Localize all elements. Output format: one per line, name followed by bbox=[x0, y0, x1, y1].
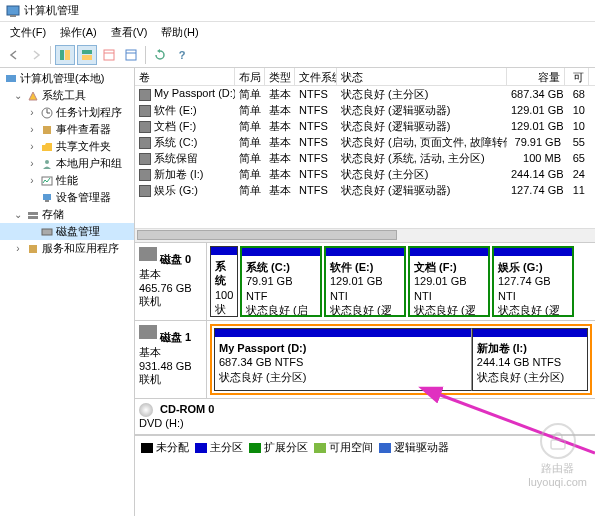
partition[interactable]: 新加卷 (I:) 244.14 GB NTFS 状态良好 (主分区) bbox=[472, 328, 588, 391]
chevron-right-icon[interactable]: › bbox=[26, 141, 38, 152]
volume-list: 卷 布局 类型 文件系统 状态 容量 可 My Passport (D:)简单基… bbox=[135, 68, 595, 243]
chevron-down-icon[interactable]: ⌄ bbox=[12, 90, 24, 101]
disk-0-label[interactable]: 磁盘 0 基本 465.76 GB 联机 bbox=[135, 243, 207, 320]
volume-row[interactable]: 系统 (C:)简单基本NTFS状态良好 (启动, 页面文件, 故障转储, 主分区… bbox=[135, 134, 595, 150]
volume-row[interactable]: 软件 (E:)简单基本NTFS状态良好 (逻辑驱动器)129.01 GB10 bbox=[135, 102, 595, 118]
col-type[interactable]: 类型 bbox=[265, 68, 295, 85]
tree-device-mgr[interactable]: 设备管理器 bbox=[0, 189, 134, 206]
cdrom-label[interactable]: CD-ROM 0 DVD (H:) bbox=[135, 399, 595, 434]
partition[interactable]: 文档 (F:)129.01 GB NTI状态良好 (逻辑 bbox=[408, 246, 490, 317]
tree-performance[interactable]: ›性能 bbox=[0, 172, 134, 189]
tree-task-scheduler[interactable]: ›任务计划程序 bbox=[0, 104, 134, 121]
chevron-right-icon[interactable]: › bbox=[12, 243, 24, 254]
disk-1-row: 磁盘 1 基本 931.48 GB 联机 My Passport (D:) 68… bbox=[135, 321, 595, 399]
view-button-1[interactable] bbox=[55, 45, 75, 65]
nav-tree: 计算机管理(本地) ⌄系统工具 ›任务计划程序 ›事件查看器 ›共享文件夹 ›本… bbox=[0, 68, 135, 516]
volume-row[interactable]: 系统保留简单基本NTFS状态良好 (系统, 活动, 主分区)100 MB65 bbox=[135, 150, 595, 166]
disk-1-partitions: My Passport (D:) 687.34 GB NTFS 状态良好 (主分… bbox=[207, 321, 595, 398]
partition[interactable]: 系统100状态 bbox=[210, 246, 238, 317]
disk-map: 磁盘 0 基本 465.76 GB 联机 系统100状态系统 (C:)79.91… bbox=[135, 243, 595, 516]
svg-rect-22 bbox=[29, 245, 37, 253]
partition[interactable]: 系统 (C:)79.91 GB NTF状态良好 (启动 bbox=[240, 246, 322, 317]
refresh-button[interactable] bbox=[150, 45, 170, 65]
menu-action[interactable]: 操作(A) bbox=[54, 23, 103, 42]
volume-row[interactable]: 文档 (F:)简单基本NTFS状态良好 (逻辑驱动器)129.01 GB10 bbox=[135, 118, 595, 134]
watermark: 路由器 luyouqi.com bbox=[528, 423, 587, 488]
tree-event-viewer[interactable]: ›事件查看器 bbox=[0, 121, 134, 138]
tree-services[interactable]: ›服务和应用程序 bbox=[0, 240, 134, 257]
svg-rect-16 bbox=[42, 177, 52, 185]
col-capacity[interactable]: 容量 bbox=[507, 68, 565, 85]
cdrom-icon bbox=[139, 403, 153, 417]
disk-icon bbox=[139, 247, 157, 261]
tree-root[interactable]: 计算机管理(本地) bbox=[0, 70, 134, 87]
scrollbar-thumb[interactable] bbox=[137, 230, 397, 240]
disk-0-partitions: 系统100状态系统 (C:)79.91 GB NTF状态良好 (启动软件 (E:… bbox=[207, 243, 595, 320]
col-fs[interactable]: 文件系统 bbox=[295, 68, 337, 85]
toolbar: ? bbox=[0, 42, 595, 68]
svg-rect-2 bbox=[60, 50, 64, 60]
menu-file[interactable]: 文件(F) bbox=[4, 23, 52, 42]
svg-rect-14 bbox=[43, 126, 51, 134]
disk-1-label[interactable]: 磁盘 1 基本 931.48 GB 联机 bbox=[135, 321, 207, 398]
chevron-right-icon[interactable]: › bbox=[26, 107, 38, 118]
view-button-4[interactable] bbox=[121, 45, 141, 65]
volume-header: 卷 布局 类型 文件系统 状态 容量 可 bbox=[135, 68, 595, 86]
svg-rect-6 bbox=[104, 50, 114, 60]
svg-rect-17 bbox=[43, 194, 51, 200]
disk-icon bbox=[139, 325, 157, 339]
svg-rect-24 bbox=[551, 440, 565, 449]
tree-shared-folders[interactable]: ›共享文件夹 bbox=[0, 138, 134, 155]
forward-button[interactable] bbox=[26, 45, 46, 65]
view-button-2[interactable] bbox=[77, 45, 97, 65]
legend: 未分配 主分区 扩展分区 可用空间 逻辑驱动器 bbox=[135, 435, 595, 459]
svg-rect-5 bbox=[82, 55, 92, 60]
svg-rect-8 bbox=[126, 50, 136, 60]
tree-local-users[interactable]: ›本地用户和组 bbox=[0, 155, 134, 172]
menu-bar: 文件(F) 操作(A) 查看(V) 帮助(H) bbox=[0, 22, 595, 42]
svg-rect-20 bbox=[28, 216, 38, 219]
back-button[interactable] bbox=[4, 45, 24, 65]
menu-help[interactable]: 帮助(H) bbox=[155, 23, 204, 42]
col-free[interactable]: 可 bbox=[565, 68, 589, 85]
chevron-down-icon[interactable]: ⌄ bbox=[12, 209, 24, 220]
partition[interactable]: My Passport (D:) 687.34 GB NTFS 状态良好 (主分… bbox=[214, 328, 472, 391]
horizontal-scrollbar[interactable] bbox=[135, 228, 595, 242]
volume-row[interactable]: My Passport (D:)简单基本NTFS状态良好 (主分区)687.34… bbox=[135, 86, 595, 102]
tree-disk-mgmt[interactable]: 磁盘管理 bbox=[0, 223, 134, 240]
disk-0-row: 磁盘 0 基本 465.76 GB 联机 系统100状态系统 (C:)79.91… bbox=[135, 243, 595, 321]
partition[interactable]: 软件 (E:)129.01 GB NTI状态良好 (逻辑 bbox=[324, 246, 406, 317]
chevron-right-icon[interactable]: › bbox=[26, 158, 38, 169]
svg-rect-19 bbox=[28, 212, 38, 215]
view-button-3[interactable] bbox=[99, 45, 119, 65]
svg-rect-10 bbox=[6, 75, 16, 82]
menu-view[interactable]: 查看(V) bbox=[105, 23, 154, 42]
svg-point-15 bbox=[45, 160, 49, 164]
svg-rect-21 bbox=[42, 229, 52, 235]
title-bar: 计算机管理 bbox=[0, 0, 595, 22]
svg-rect-4 bbox=[82, 50, 92, 54]
volume-row[interactable]: 新加卷 (I:)简单基本NTFS状态良好 (主分区)244.14 GB24 bbox=[135, 166, 595, 182]
app-icon bbox=[6, 4, 20, 18]
tree-system-tools[interactable]: ⌄系统工具 bbox=[0, 87, 134, 104]
volume-row[interactable]: 娱乐 (G:)简单基本NTFS状态良好 (逻辑驱动器)127.74 GB11 bbox=[135, 182, 595, 198]
chevron-right-icon[interactable]: › bbox=[26, 175, 38, 186]
svg-rect-3 bbox=[65, 50, 70, 60]
window-title: 计算机管理 bbox=[24, 3, 79, 18]
svg-rect-1 bbox=[10, 15, 16, 17]
tree-storage[interactable]: ⌄存储 bbox=[0, 206, 134, 223]
cdrom-row: CD-ROM 0 DVD (H:) bbox=[135, 399, 595, 435]
partition[interactable]: 娱乐 (G:)127.74 GB NTI状态良好 (逻辑 bbox=[492, 246, 574, 317]
col-layout[interactable]: 布局 bbox=[235, 68, 265, 85]
svg-rect-0 bbox=[7, 6, 19, 15]
col-status[interactable]: 状态 bbox=[337, 68, 507, 85]
chevron-right-icon[interactable]: › bbox=[26, 124, 38, 135]
col-volume[interactable]: 卷 bbox=[135, 68, 235, 85]
svg-rect-18 bbox=[45, 200, 49, 202]
help-button[interactable]: ? bbox=[172, 45, 192, 65]
